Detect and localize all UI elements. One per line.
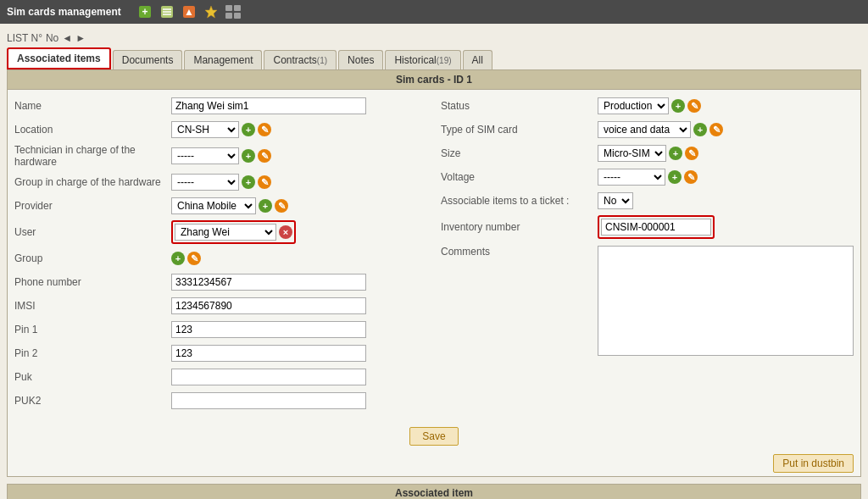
svg-rect-9 [225, 5, 232, 11]
location-edit-btn[interactable]: ✎ [258, 123, 271, 136]
inventory-input[interactable] [601, 219, 711, 236]
associated-section: Associated item Type Entity Name Serial … [7, 484, 861, 499]
user-select[interactable]: Zhang Wei [175, 224, 276, 241]
export-icon[interactable]: ▲ [181, 3, 198, 20]
provider-edit-btn[interactable]: ✎ [275, 199, 288, 213]
technician-add-btn[interactable]: + [242, 149, 255, 163]
group-charge-add-btn[interactable]: + [242, 175, 255, 189]
form-right-col: Status Production + ✎ Type of SIM card v… [441, 97, 854, 415]
user-highlighted: Zhang Wei × [171, 220, 296, 244]
nav-next[interactable]: ► [75, 32, 86, 44]
save-button[interactable]: Save [409, 427, 458, 446]
pin1-label: Pin 1 [14, 324, 171, 335]
nav-prev[interactable]: ◄ [62, 32, 72, 44]
simtype-edit-btn[interactable]: ✎ [709, 123, 723, 136]
group-charge-field: ----- + ✎ [171, 174, 427, 191]
row-simtype: Type of SIM card voice and data + ✎ [441, 120, 854, 139]
form-container: Sim cards - ID 1 Name Location CN-SH [7, 69, 861, 477]
main-content: LIST N° No ◄ ► Associated items Document… [0, 24, 868, 499]
simtype-select[interactable]: voice and data [598, 121, 691, 138]
tab-associated-items[interactable]: Associated items [7, 47, 111, 69]
group-charge-select[interactable]: ----- [171, 174, 239, 191]
location-add-btn[interactable]: + [242, 123, 255, 136]
puk2-input[interactable] [171, 392, 366, 409]
star-icon[interactable] [203, 3, 220, 20]
tab-contracts[interactable]: Contracts(1) [264, 50, 337, 69]
dustbin-button[interactable]: Put in dustbin [773, 454, 854, 473]
size-label: Size [441, 147, 598, 159]
group2-edit-btn[interactable]: ✎ [187, 252, 201, 265]
row-puk: Puk [14, 368, 427, 386]
svg-rect-10 [234, 5, 241, 11]
row-comments: Comments [441, 246, 854, 356]
associable-select[interactable]: No [598, 192, 633, 209]
user-edit-btn[interactable]: × [279, 225, 292, 239]
user-label: User [14, 226, 171, 238]
voltage-add-btn[interactable]: + [668, 170, 682, 184]
nav-no: No [46, 32, 58, 44]
imsi-input[interactable] [171, 297, 366, 314]
imsi-label: IMSI [14, 300, 171, 312]
phone-input[interactable] [171, 274, 366, 291]
pin1-input[interactable] [171, 321, 366, 338]
status-label: Status [441, 100, 598, 112]
technician-edit-btn[interactable]: ✎ [258, 149, 271, 163]
phone-label: Phone number [14, 276, 171, 288]
row-voltage: Voltage ----- + ✎ [441, 168, 854, 186]
pin2-input[interactable] [171, 345, 366, 362]
provider-add-btn[interactable]: + [259, 199, 272, 213]
phone-field [171, 274, 427, 291]
puk2-field [171, 392, 427, 409]
group2-add-btn[interactable]: + [171, 252, 185, 265]
group-charge-edit-btn[interactable]: ✎ [258, 175, 271, 189]
list-icon[interactable] [159, 3, 175, 20]
form-title: Sim cards - ID 1 [8, 70, 860, 90]
grid-icon[interactable] [225, 3, 242, 20]
voltage-select[interactable]: ----- [598, 169, 665, 186]
status-select[interactable]: Production [598, 97, 669, 114]
size-edit-btn[interactable]: ✎ [685, 147, 698, 160]
row-pin1: Pin 1 [14, 320, 427, 339]
technician-select[interactable]: ----- [171, 147, 239, 164]
puk-label: Puk [14, 371, 171, 383]
tab-notes[interactable]: Notes [338, 50, 383, 69]
tab-all[interactable]: All [463, 50, 492, 69]
inventory-label: Inventory number [441, 221, 598, 233]
pin2-field [171, 345, 427, 362]
technician-label: Technician in charge of the hardware [14, 144, 171, 168]
status-edit-btn[interactable]: ✎ [687, 99, 701, 113]
row-phone: Phone number [14, 273, 427, 291]
location-field: CN-SH + ✎ [171, 121, 427, 138]
assoc-title: Associated item [8, 485, 860, 499]
form-left-col: Name Location CN-SH + ✎ [14, 97, 427, 415]
puk-input[interactable] [171, 369, 366, 385]
tab-historical[interactable]: Historical(19) [385, 50, 460, 69]
row-name: Name [14, 97, 427, 115]
svg-text:+: + [142, 6, 147, 18]
comments-textarea[interactable] [598, 246, 854, 356]
name-label: Name [14, 100, 171, 112]
svg-rect-11 [225, 13, 232, 19]
name-input[interactable] [171, 97, 366, 114]
name-field [171, 97, 427, 114]
size-select[interactable]: Micro-SIM [598, 145, 666, 162]
comments-label: Comments [441, 246, 598, 258]
size-add-btn[interactable]: + [669, 147, 682, 160]
size-field: Micro-SIM + ✎ [598, 145, 854, 162]
comments-field [598, 246, 854, 356]
row-associable: Associable items to a ticket : No [441, 191, 854, 210]
tab-management[interactable]: Management [184, 50, 262, 69]
provider-label: Provider [14, 200, 171, 212]
tab-documents[interactable]: Documents [113, 50, 183, 69]
voltage-edit-btn[interactable]: ✎ [684, 170, 698, 184]
form-body: Name Location CN-SH + ✎ [8, 90, 860, 422]
tabs-container: Associated items Documents Management Co… [7, 47, 861, 69]
add-icon[interactable]: + [136, 3, 153, 20]
pin2-label: Pin 2 [14, 347, 171, 359]
location-label: Location [14, 124, 171, 136]
provider-select[interactable]: China Mobile [171, 197, 256, 214]
status-add-btn[interactable]: + [671, 99, 685, 113]
inventory-field [598, 215, 854, 239]
simtype-add-btn[interactable]: + [693, 123, 707, 136]
location-select[interactable]: CN-SH [171, 121, 239, 138]
